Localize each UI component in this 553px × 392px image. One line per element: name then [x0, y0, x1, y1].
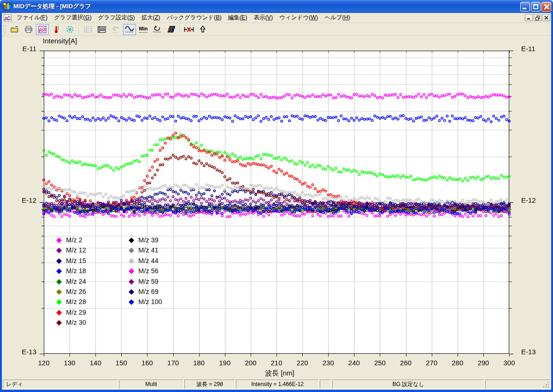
- menu-item-help[interactable]: ヘルプ(H): [321, 13, 353, 23]
- resize-grip[interactable]: [543, 382, 549, 388]
- menu-item-edit[interactable]: 編集(E): [225, 13, 251, 23]
- list-lines-icon: [98, 26, 106, 33]
- menu-item-window[interactable]: ウィンドウ(W): [276, 13, 321, 23]
- min-label: Min: [139, 26, 148, 32]
- status-panel-spacer: [320, 380, 331, 389]
- window-title: MIDデータ処理 - [MIDグラフ: [13, 2, 519, 11]
- mdi-minimize-button[interactable]: [525, 14, 533, 21]
- printer-icon: [24, 26, 33, 33]
- app-window: MIDデータ処理 - [MIDグラフ ファイル(F)グラフ選択(G)グラフ設定(…: [0, 0, 553, 392]
- min-scale-button[interactable]: Min: [137, 24, 150, 35]
- circular-arrow-icon: [153, 25, 162, 33]
- status-panel-empty: [485, 380, 550, 389]
- minimize-icon: [523, 8, 526, 9]
- graph-view-button[interactable]: [36, 24, 49, 35]
- thermometer-button[interactable]: [50, 24, 63, 35]
- filter-books-button[interactable]: [165, 24, 177, 35]
- menu-item-file[interactable]: ファイル(F): [13, 13, 51, 23]
- toolbar-grip[interactable]: [4, 25, 6, 34]
- minimize-button[interactable]: [520, 2, 530, 12]
- status-panel-intensity: Intensity = 1.466E-12: [236, 380, 319, 389]
- status-panel-wavelength: 波長 = 298: [184, 380, 235, 389]
- fit-arrows-icon: [66, 26, 74, 33]
- up-arrow-icon: [199, 25, 206, 33]
- menu-item-graph-settings[interactable]: グラフ設定(S): [95, 13, 138, 23]
- sine-wave-icon: [125, 25, 134, 33]
- toolbar: C° Min: [2, 23, 551, 36]
- toolbar-separator: [79, 25, 79, 34]
- export-up-button[interactable]: [196, 24, 209, 35]
- mdi-close-icon: [544, 16, 548, 20]
- close-button[interactable]: [541, 2, 551, 12]
- books-stack-icon: [166, 25, 176, 33]
- celsius-label: C°: [113, 26, 118, 32]
- menu-items: ファイル(F)グラフ選択(G)グラフ設定(S)拡大(Z)バックグラウンド(B)編…: [13, 13, 353, 23]
- grid-icon: [84, 26, 92, 33]
- thermometer-icon: [53, 25, 59, 34]
- mdi-restore-button[interactable]: [534, 14, 541, 21]
- status-bar: レディMulti波長 = 298Intensity = 1.466E-12BG …: [2, 379, 551, 390]
- print-button[interactable]: [22, 24, 35, 35]
- clear-range-button[interactable]: [182, 24, 195, 35]
- open-folder-icon: [11, 26, 19, 33]
- wave-scale-button[interactable]: [123, 24, 136, 35]
- mdi-minimize-icon: [527, 16, 531, 20]
- window-body: ファイル(F)グラフ選択(G)グラフ設定(S)拡大(Z)バックグラウンド(B)編…: [0, 13, 553, 392]
- graph-view: Intensity[A] 波長 [nm] ◆M/z 2◆M/z 12◆M/z 1…: [2, 36, 551, 379]
- grid-table-button: [82, 24, 94, 35]
- fit-window-button[interactable]: [64, 24, 76, 35]
- x-axis-title: 波長 [nm]: [265, 369, 294, 378]
- delete-range-icon: [184, 26, 194, 33]
- title-bar: MIDデータ処理 - [MIDグラフ: [0, 0, 553, 13]
- open-file-button[interactable]: [8, 24, 21, 35]
- menu-bar: ファイル(F)グラフ選択(G)グラフ設定(S)拡大(Z)バックグラウンド(B)編…: [2, 13, 551, 23]
- maximize-icon: [533, 4, 538, 9]
- mdi-child-icon: [4, 14, 12, 21]
- y-axis-title: Intensity[A]: [43, 37, 77, 45]
- status-panel-mode: Multi: [119, 380, 183, 389]
- toolbar-separator: [180, 25, 180, 34]
- mdi-close-button[interactable]: [542, 14, 550, 21]
- graph-icon: [38, 26, 47, 33]
- status-panel-ready: レディ: [3, 380, 118, 389]
- app-icon: [3, 2, 11, 11]
- menu-item-background[interactable]: バックグラウンド(B): [164, 13, 225, 23]
- menu-item-view[interactable]: 表示(V): [250, 13, 276, 23]
- reset-scale-button[interactable]: [151, 24, 164, 35]
- celsius-button: C°: [109, 24, 122, 35]
- menu-item-zoom[interactable]: 拡大(Z): [138, 13, 164, 23]
- list-view-button[interactable]: [95, 24, 108, 35]
- mid-graph-canvas[interactable]: [2, 36, 551, 379]
- status-panel-bg-setting: BG 設定なし: [332, 380, 484, 389]
- menu-item-graph-select[interactable]: グラフ選択(G): [51, 13, 94, 23]
- mdi-restore-icon: [535, 16, 540, 20]
- maximize-button[interactable]: [531, 2, 541, 12]
